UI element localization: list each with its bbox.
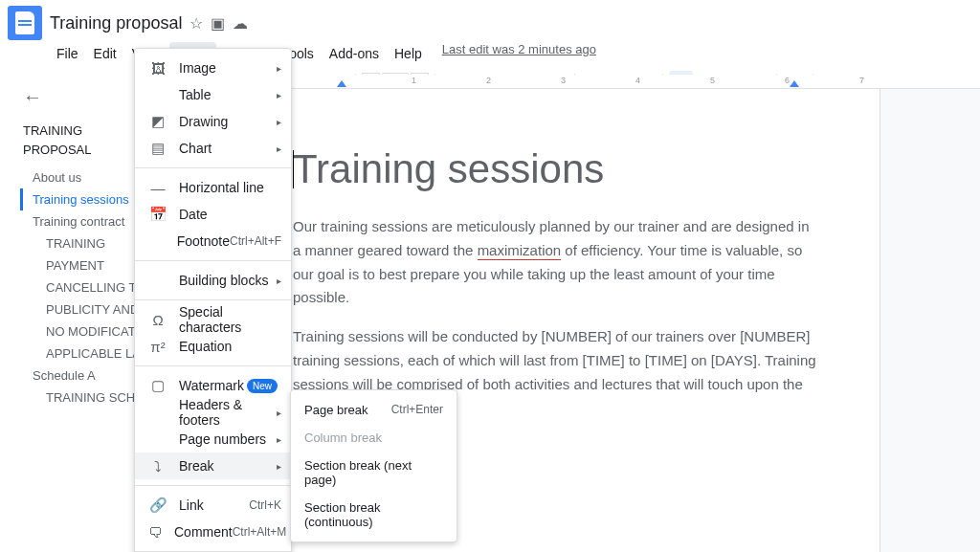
- menu-addons[interactable]: Add-ons: [323, 42, 386, 65]
- document-page[interactable]: Training sessions Our training sessions …: [230, 89, 880, 101]
- move-icon[interactable]: ▣: [211, 14, 225, 33]
- docs-logo[interactable]: [8, 6, 42, 40]
- blank-icon: [148, 85, 167, 101]
- menu-edit[interactable]: Edit: [87, 42, 123, 65]
- horizontal-ruler[interactable]: 1 2 3 4 5 6 7: [201, 75, 980, 89]
- star-icon[interactable]: ☆: [189, 14, 203, 33]
- menu-item-label: Image: [179, 60, 277, 76]
- menu-file[interactable]: File: [50, 42, 85, 65]
- menu-item-label: Table: [179, 87, 277, 101]
- image-icon: 🖼: [148, 58, 167, 77]
- cloud-status-icon[interactable]: ☁: [233, 14, 248, 33]
- last-edit-link[interactable]: Last edit was 2 minutes ago: [442, 42, 596, 65]
- submenu-arrow-icon: ▸: [277, 90, 281, 100]
- insert-menu-item-image[interactable]: 🖼Image▸: [135, 55, 291, 81]
- submenu-arrow-icon: ▸: [277, 63, 281, 74]
- menu-help[interactable]: Help: [388, 42, 429, 65]
- document-title[interactable]: Training proposal: [50, 13, 182, 33]
- insert-menu-dropdown: 🖼Image▸Table▸◩Drawing▸▤Chart▸—Horizontal…: [134, 48, 292, 101]
- insert-menu-item-table[interactable]: Table▸: [135, 81, 291, 101]
